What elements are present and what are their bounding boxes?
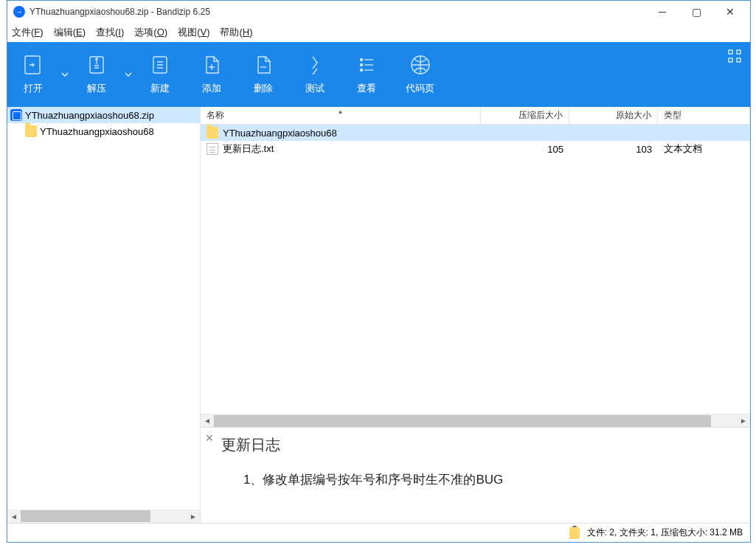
maximize-button[interactable]: ▢ xyxy=(679,1,713,23)
svg-rect-9 xyxy=(729,58,732,62)
menu-help[interactable]: 帮助(H) xyxy=(220,26,252,39)
window-title: YThuazhuangpxiaoshou68.zip - Bandizip 6.… xyxy=(30,7,210,17)
titlebar: YThuazhuangpxiaoshou68.zip - Bandizip 6.… xyxy=(7,1,750,23)
preview-close-button[interactable]: ✕ xyxy=(205,432,214,444)
toolbar-test[interactable]: 测试 xyxy=(289,42,341,107)
zip-icon xyxy=(10,109,22,121)
list-hscrollbar[interactable]: ◄ ► xyxy=(201,414,750,427)
menu-options[interactable]: 选项(O) xyxy=(134,26,167,39)
file-name: 更新日志.txt xyxy=(223,142,274,156)
menu-edit[interactable]: 编辑(E) xyxy=(54,26,86,39)
scroll-thumb[interactable] xyxy=(21,510,150,522)
toolbar-add[interactable]: 添加 xyxy=(186,42,237,107)
test-icon xyxy=(302,52,327,77)
table-row[interactable]: YThuazhuangpxiaoshou68 xyxy=(201,125,750,141)
svg-rect-7 xyxy=(729,50,732,54)
text-file-icon xyxy=(207,143,218,155)
close-button[interactable]: ✕ xyxy=(713,1,747,23)
open-icon xyxy=(21,52,46,77)
content-panel: 名称 ▲ 压缩后大小 原始大小 类型 YThuazhuangpxiaoshou6… xyxy=(201,107,750,523)
toolbar-codepage[interactable]: 代码页 xyxy=(392,42,448,107)
view-icon xyxy=(354,52,379,77)
status-archive-icon xyxy=(569,527,580,539)
menu-file[interactable]: 文件(F) xyxy=(12,26,44,39)
toolbar-extract[interactable]: 解压 xyxy=(71,42,122,107)
status-text: 文件: 2, 文件夹: 1, 压缩包大小: 31.2 MB xyxy=(587,526,743,539)
delete-icon xyxy=(251,52,276,77)
col-original[interactable]: 原始大小 xyxy=(569,107,658,124)
toolbar-open-dropdown[interactable] xyxy=(59,71,71,78)
preview-title: 更新日志 xyxy=(211,435,740,455)
preview-line: 1、修改单据编号按年号和序号时生不准的BUG xyxy=(211,471,740,488)
tree-root-label: YThuazhuangpxiaoshou68.zip xyxy=(25,110,154,121)
new-icon xyxy=(148,52,173,77)
toolbar-open[interactable]: 打开 xyxy=(7,42,59,107)
add-icon xyxy=(199,52,224,77)
tree-child[interactable]: YThuazhuangpxiaoshou68 xyxy=(7,123,200,139)
preview-panel: ✕ 更新日志 1、修改单据编号按年号和序号时生不准的BUG xyxy=(201,427,750,523)
toolbar-appgrid-icon[interactable] xyxy=(728,49,741,66)
col-compressed[interactable]: 压缩后大小 xyxy=(481,107,569,124)
svg-point-4 xyxy=(361,64,363,66)
toolbar-new[interactable]: 新建 xyxy=(134,42,186,107)
minimize-button[interactable]: ─ xyxy=(645,1,679,23)
scroll-thumb[interactable] xyxy=(214,415,711,427)
statusbar: 文件: 2, 文件夹: 1, 压缩包大小: 31.2 MB xyxy=(7,523,750,542)
tree-root[interactable]: YThuazhuangpxiaoshou68.zip xyxy=(7,107,200,123)
svg-rect-10 xyxy=(737,58,741,62)
col-type[interactable]: 类型 xyxy=(658,107,750,124)
scroll-right-icon[interactable]: ► xyxy=(737,414,750,428)
table-row[interactable]: 更新日志.txt105103文本文档 xyxy=(201,141,750,157)
scroll-left-icon[interactable]: ◄ xyxy=(201,414,214,428)
menubar: 文件(F) 编辑(E) 查找(I) 选项(O) 视图(V) 帮助(H) xyxy=(7,23,750,42)
menu-view[interactable]: 视图(V) xyxy=(178,26,209,39)
file-compressed-size: 105 xyxy=(481,144,569,155)
toolbar-delete[interactable]: 删除 xyxy=(237,42,289,107)
app-icon xyxy=(13,6,25,18)
tree-panel: YThuazhuangpxiaoshou68.zip YThuazhuangpx… xyxy=(7,107,201,523)
tree-child-label: YThuazhuangpxiaoshou68 xyxy=(40,126,154,137)
col-name[interactable]: 名称 ▲ xyxy=(201,107,481,124)
toolbar-view[interactable]: 查看 xyxy=(341,42,392,107)
scroll-right-icon[interactable]: ► xyxy=(187,509,200,523)
file-type: 文本文档 xyxy=(658,142,750,156)
tree-hscrollbar[interactable]: ◄ ► xyxy=(7,509,200,523)
toolbar: 打开 解压 新建 添加 删除 测试 查看 代 xyxy=(7,42,750,107)
toolbar-extract-dropdown[interactable] xyxy=(122,71,134,78)
scroll-left-icon[interactable]: ◄ xyxy=(7,509,21,523)
app-window: YThuazhuangpxiaoshou68.zip - Bandizip 6.… xyxy=(7,0,751,543)
folder-icon xyxy=(207,127,218,139)
menu-find[interactable]: 查找(I) xyxy=(96,26,124,39)
folder-icon xyxy=(25,125,37,137)
codepage-icon xyxy=(408,52,433,77)
file-original-size: 103 xyxy=(569,144,658,155)
list-header: 名称 ▲ 压缩后大小 原始大小 类型 xyxy=(201,107,750,125)
file-name: YThuazhuangpxiaoshou68 xyxy=(223,128,337,139)
svg-point-3 xyxy=(361,59,363,61)
svg-point-5 xyxy=(361,69,363,72)
tree-body[interactable]: YThuazhuangpxiaoshou68.zip YThuazhuangpx… xyxy=(7,107,200,509)
extract-icon xyxy=(84,52,109,77)
main-area: YThuazhuangpxiaoshou68.zip YThuazhuangpx… xyxy=(7,107,750,523)
svg-rect-8 xyxy=(737,50,741,54)
sort-asc-icon: ▲ xyxy=(338,108,344,115)
file-list[interactable]: YThuazhuangpxiaoshou68更新日志.txt105103文本文档 xyxy=(201,125,750,414)
